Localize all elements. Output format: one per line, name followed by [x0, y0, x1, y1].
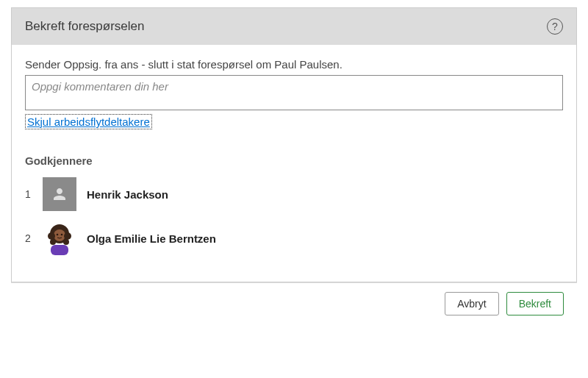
svg-point-4	[61, 234, 63, 236]
svg-rect-9	[51, 245, 68, 255]
svg-point-2	[54, 229, 65, 241]
dialog-body: Sender Oppsig. fra ans - slutt i stat fo…	[12, 45, 576, 282]
svg-point-7	[50, 239, 56, 245]
confirm-button[interactable]: Bekreft	[506, 292, 564, 315]
toggle-participants-wrapper: Skjul arbeidsflytdeltakere	[25, 114, 152, 129]
approver-index: 2	[25, 232, 43, 244]
approver-name: Olga Emilie Lie Berntzen	[87, 232, 216, 245]
comment-input[interactable]	[25, 75, 563, 110]
confirm-request-dialog: Bekreft forespørselen ? Sender Oppsig. f…	[11, 7, 577, 282]
approver-row: 1 Henrik Jackson	[25, 177, 563, 211]
sender-text: Sender Oppsig. fra ans - slutt i stat fo…	[25, 58, 563, 71]
dialog-header: Bekreft forespørselen ?	[12, 8, 576, 45]
toggle-participants-link[interactable]: Skjul arbeidsflytdeltakere	[27, 115, 150, 128]
dialog-footer: Avbryt Bekreft	[11, 282, 577, 324]
svg-point-5	[48, 232, 55, 240]
avatar	[43, 177, 76, 211]
dialog-title: Bekreft forespørselen	[25, 19, 145, 34]
avatar-illustration	[43, 221, 76, 255]
approver-row: 2 Olga Emilie Lie Berntzen	[25, 221, 563, 255]
person-icon	[43, 177, 76, 211]
approver-index: 1	[25, 188, 43, 200]
help-icon[interactable]: ?	[547, 18, 563, 35]
cancel-button[interactable]: Avbryt	[445, 292, 498, 315]
avatar	[43, 221, 76, 255]
approvers-heading: Godkjennere	[25, 154, 563, 167]
svg-point-6	[64, 232, 71, 240]
approver-name: Henrik Jackson	[87, 188, 168, 201]
svg-point-8	[63, 239, 69, 245]
svg-point-3	[57, 234, 59, 236]
